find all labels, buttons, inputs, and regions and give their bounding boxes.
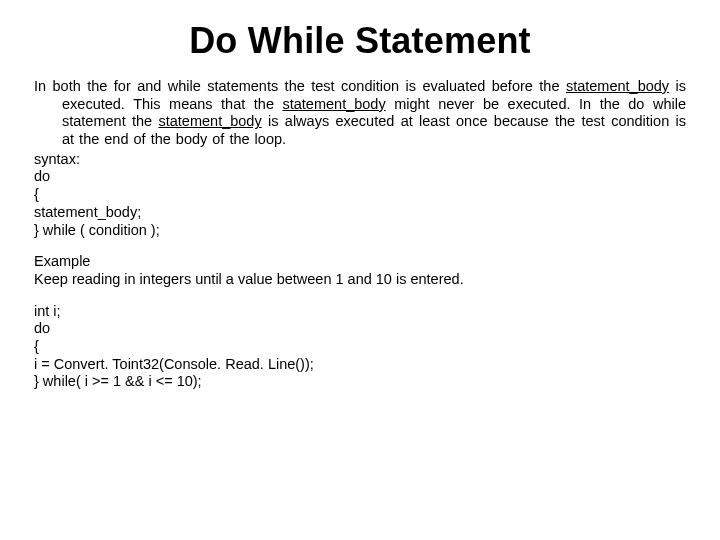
intro-underline-2: statement_body: [282, 96, 385, 112]
intro-text-1: In both the for and while statements the…: [34, 78, 566, 94]
example-line-2: do: [34, 320, 686, 338]
example-desc: Keep reading in integers until a value b…: [34, 271, 686, 289]
spacer-2: [34, 289, 686, 303]
syntax-line-3: statement_body;: [34, 204, 686, 222]
example-heading: Example: [34, 253, 686, 271]
syntax-line-2: {: [34, 186, 686, 204]
slide-body: In both the for and while statements the…: [34, 78, 686, 391]
intro-underline-3: statement_body: [159, 113, 262, 129]
page-title: Do While Statement: [34, 20, 686, 62]
syntax-line-1: do: [34, 168, 686, 186]
syntax-label: syntax:: [34, 151, 686, 169]
spacer-1: [34, 239, 686, 253]
example-line-4: i = Convert. Toint32(Console. Read. Line…: [34, 356, 686, 374]
example-line-1: int i;: [34, 303, 686, 321]
intro-paragraph: In both the for and while statements the…: [34, 78, 686, 149]
slide: Do While Statement In both the for and w…: [0, 0, 720, 540]
intro-underline-1: statement_body: [566, 78, 669, 94]
example-line-5: } while( i >= 1 && i <= 10);: [34, 373, 686, 391]
example-line-3: {: [34, 338, 686, 356]
syntax-line-4: } while ( condition );: [34, 222, 686, 240]
